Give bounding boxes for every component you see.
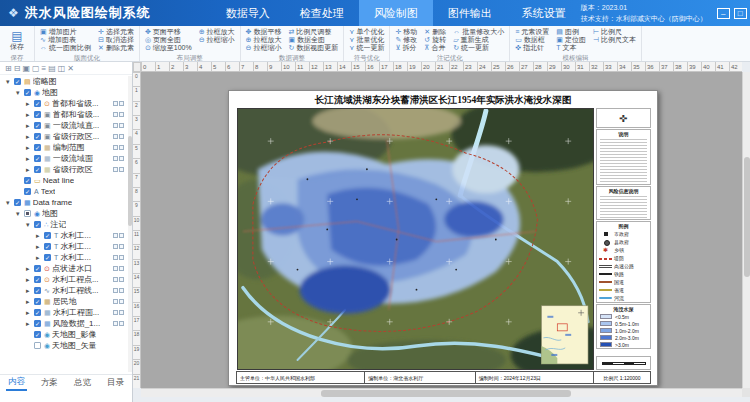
layer-label[interactable]: 天地图_影像 xyxy=(52,329,96,340)
maximize-button[interactable]: □ xyxy=(734,8,747,19)
layer-checkbox[interactable] xyxy=(24,89,31,96)
tree-row[interactable]: T 水利工... xyxy=(0,241,127,252)
layer-label[interactable]: 缩略图 xyxy=(33,76,57,87)
tree-toolbar-icon[interactable]: ≡ xyxy=(42,64,47,73)
layer-checkbox[interactable] xyxy=(34,265,41,272)
layer-label[interactable]: 点状进水口 xyxy=(52,263,92,274)
tree-row[interactable]: A Text xyxy=(0,186,127,197)
ribbon-button[interactable]: ✛ 移动 xyxy=(395,28,417,36)
ribbon-button[interactable]: ⇔ 统一图面比例 xyxy=(40,44,91,52)
expander-icon[interactable] xyxy=(26,133,34,141)
ribbon-button[interactable]: ⋎ 统一更新 xyxy=(349,44,384,52)
layer-tool-icons[interactable] xyxy=(113,123,127,128)
tree-row[interactable]: ∿ 水利工程线... xyxy=(0,285,127,296)
layer-checkbox[interactable] xyxy=(34,122,41,129)
expander-icon[interactable] xyxy=(26,320,34,328)
ribbon-button[interactable]: ◎ 页面全图 xyxy=(145,36,192,44)
layer-label[interactable]: 一级流域直... xyxy=(53,120,100,131)
tree-toolbar-icon[interactable]: ◫ xyxy=(58,64,66,73)
scale-bar-box[interactable] xyxy=(596,356,651,370)
ribbon-button[interactable]: ✎ 修改 xyxy=(395,36,417,44)
tree-toolbar-icon[interactable]: ⊟ xyxy=(14,64,21,73)
layer-label[interactable]: 地图 xyxy=(42,87,58,98)
tree-row[interactable]: ▣ 省级行政区... xyxy=(0,131,127,142)
tree-toolbar-icon[interactable]: ⊞ xyxy=(5,64,12,73)
tree-row[interactable]: ▣ 一级流域直... xyxy=(0,120,127,131)
layer-checkbox[interactable] xyxy=(44,232,51,239)
layer-checkbox[interactable] xyxy=(34,331,41,338)
layer-checkbox[interactable] xyxy=(44,254,51,261)
map-note-box[interactable]: 说明 xyxy=(596,129,651,185)
tree-row[interactable]: T 水利工... xyxy=(0,230,127,241)
layer-checkbox[interactable] xyxy=(34,309,41,316)
menu-item[interactable]: 系统设置 xyxy=(507,0,581,26)
ribbon-button[interactable]: ↻ 数据视图更新 xyxy=(288,44,338,52)
layer-label[interactable]: 水利工... xyxy=(60,230,91,241)
sidebar-scrollbar-thumb[interactable] xyxy=(128,136,132,226)
layer-checkbox[interactable] xyxy=(24,188,31,195)
ribbon-button[interactable]: ⊙ 缩放至100% xyxy=(145,44,192,52)
ribbon-button[interactable]: ⊼ 合并 xyxy=(424,44,446,52)
expander-icon[interactable] xyxy=(26,111,34,119)
expander-icon[interactable] xyxy=(6,199,14,207)
risk-info-box[interactable]: 风险信息说明 xyxy=(596,186,651,220)
ribbon-button[interactable]: ⊕ 拉框放大 xyxy=(246,36,282,44)
layer-checkbox[interactable] xyxy=(34,100,41,107)
layer-label[interactable]: 水利工程点... xyxy=(52,274,99,285)
layer-label[interactable]: Data frame xyxy=(33,198,73,207)
menu-item[interactable]: 数据导入 xyxy=(211,0,285,26)
expander-icon[interactable] xyxy=(16,210,24,218)
expander-icon[interactable] xyxy=(26,100,34,108)
layer-checkbox[interactable] xyxy=(34,221,41,228)
layer-tool-icons[interactable] xyxy=(113,145,127,150)
sidebar-tab[interactable]: 目录 xyxy=(105,376,126,390)
ribbon-button[interactable]: ⋎ 批量优化 xyxy=(349,36,384,44)
map-title[interactable]: 长江流域洪湖东分块蓄滞洪区长江1954年实际洪水淹没水深图 xyxy=(229,91,657,108)
map-frame[interactable] xyxy=(237,108,594,370)
layer-label[interactable]: 水利工... xyxy=(60,252,91,263)
ribbon-button[interactable]: ↻ 统一更新 xyxy=(453,44,504,52)
layer-checkbox[interactable] xyxy=(24,177,31,184)
layer-label[interactable]: 水利工... xyxy=(60,241,91,252)
expander-icon[interactable] xyxy=(26,221,34,229)
ribbon-button[interactable]: ✥ 页面平移 xyxy=(145,28,192,36)
expander-icon[interactable] xyxy=(26,287,34,295)
ribbon-button[interactable]: ⇄ 比例尺调整 xyxy=(288,28,338,36)
ribbon-button[interactable]: ✕ 删除元素 xyxy=(98,44,134,52)
layer-label[interactable]: 首都和省级... xyxy=(52,98,99,109)
expander-icon[interactable] xyxy=(16,89,24,97)
expander-icon[interactable] xyxy=(36,232,44,240)
expander-icon[interactable] xyxy=(26,298,34,306)
layer-tool-icons[interactable] xyxy=(113,310,127,315)
layer-label[interactable]: 编制范围 xyxy=(53,142,85,153)
ribbon-button[interactable]: ✜ 指北针 xyxy=(515,44,549,52)
ribbon-button[interactable]: ⊖ 拉框缩小 xyxy=(246,44,282,52)
layer-checkbox[interactable] xyxy=(34,287,41,294)
tree-row[interactable]: ▦ 编制范围 xyxy=(0,142,127,153)
horizontal-scrollbar-thumb[interactable] xyxy=(321,390,571,397)
layer-tool-icons[interactable] xyxy=(113,112,127,117)
map-page[interactable]: 长江流域洪湖东分块蓄滞洪区长江1954年实际洪水淹没水深图 xyxy=(228,90,658,386)
expander-icon[interactable] xyxy=(26,122,34,130)
ribbon-button[interactable]: ≡ 元素设置 xyxy=(515,28,549,36)
ribbon-button[interactable]: ⊣ 比例尺文本 xyxy=(593,36,636,44)
tree-row[interactable]: ∴ 注记 xyxy=(0,219,127,230)
layer-checkbox[interactable] xyxy=(34,155,41,162)
ribbon-button[interactable]: ⊻ 拆分 xyxy=(395,44,417,52)
ribbon-button[interactable]: ▤ 图例 xyxy=(556,28,586,36)
ribbon-button[interactable]: ⋎ 单个优化 xyxy=(349,28,384,36)
layer-label[interactable]: 地图 xyxy=(42,208,58,219)
layer-tool-icons[interactable] xyxy=(113,156,127,161)
layer-checkbox[interactable] xyxy=(34,342,41,349)
layer-checkbox[interactable] xyxy=(24,210,31,217)
expander-icon[interactable] xyxy=(26,144,34,152)
ribbon-button[interactable]: ✕ 删除 xyxy=(424,28,446,36)
layer-checkbox[interactable] xyxy=(14,199,21,206)
layer-label[interactable]: 省级行政区 xyxy=(53,164,93,175)
tree-row[interactable]: ▦ Data frame xyxy=(0,197,127,208)
layer-tool-icons[interactable] xyxy=(113,288,127,293)
layer-checkbox[interactable] xyxy=(34,276,41,283)
tree-row[interactable]: ▦ 水利工程面... xyxy=(0,307,127,318)
layer-tool-icons[interactable] xyxy=(113,321,127,326)
tree-row[interactable]: ◉ 天地图_影像 xyxy=(0,329,127,340)
